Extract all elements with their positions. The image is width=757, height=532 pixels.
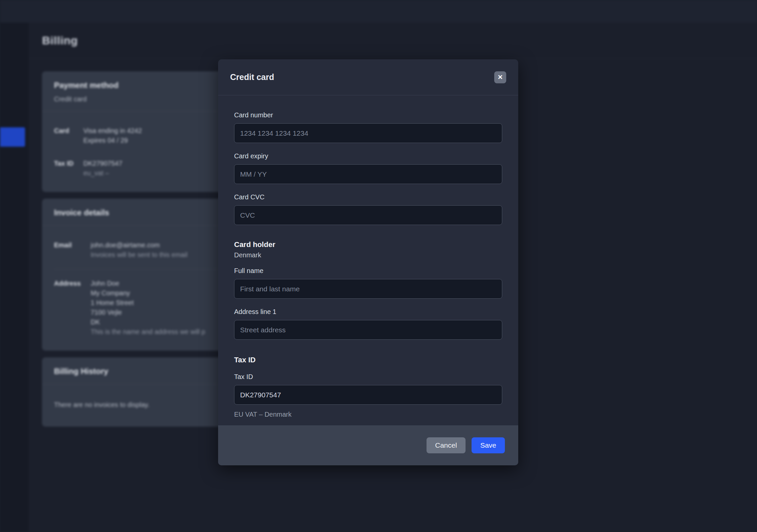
tax-id-input[interactable]	[234, 385, 502, 405]
modal-title: Credit card	[230, 72, 274, 82]
card-holder-heading: Card holder	[234, 240, 502, 249]
card-holder-country: Denmark	[234, 251, 502, 259]
modal-close-button[interactable]: ✕	[494, 71, 506, 83]
modal-footer: Cancel Save	[218, 425, 518, 465]
tax-id-helper: EU VAT – Denmark	[234, 411, 502, 418]
card-expiry-label: Card expiry	[234, 152, 502, 160]
card-number-label: Card number	[234, 111, 502, 119]
tax-id-label: Tax ID	[234, 373, 502, 381]
full-name-label: Full name	[234, 267, 502, 275]
address-line1-label: Address line 1	[234, 308, 502, 316]
card-cvc-input[interactable]	[234, 205, 502, 225]
modal-body: Card number Card expiry Card CVC Card ho…	[218, 95, 518, 418]
close-icon: ✕	[498, 73, 503, 81]
full-name-input[interactable]	[234, 279, 502, 299]
card-cvc-label: Card CVC	[234, 193, 502, 201]
tax-section-heading: Tax ID	[234, 356, 502, 364]
cancel-button[interactable]: Cancel	[427, 437, 466, 453]
modal-header: Credit card ✕	[218, 59, 518, 95]
credit-card-modal: Credit card ✕ Card number Card expiry Ca…	[218, 59, 518, 465]
card-expiry-input[interactable]	[234, 164, 502, 184]
save-button[interactable]: Save	[472, 437, 505, 453]
address-line1-input[interactable]	[234, 320, 502, 340]
card-number-input[interactable]	[234, 123, 502, 143]
